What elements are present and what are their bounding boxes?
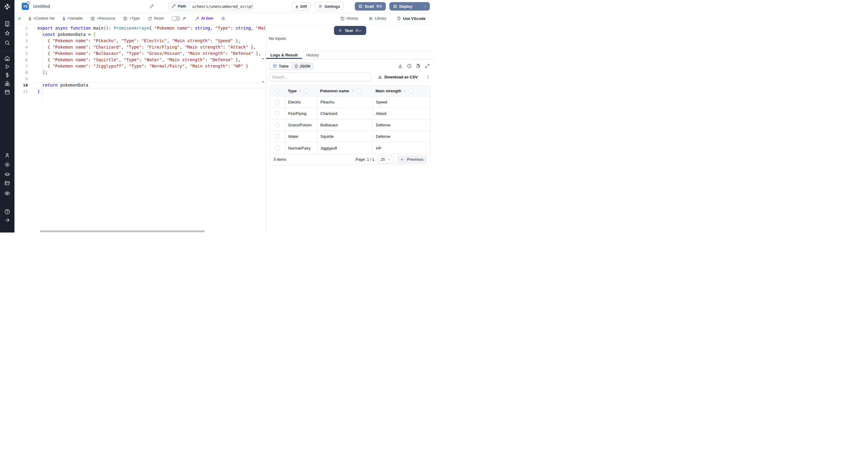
deploy-dropdown-caret[interactable] (421, 2, 430, 10)
table-cell: Jigglypuff (317, 142, 373, 154)
column-checkbox[interactable] (304, 89, 309, 93)
line-number-gutter: 1234567891011 (14, 25, 28, 95)
add-resource-button[interactable]: +Resource (90, 16, 115, 21)
sort-icon[interactable] (351, 89, 354, 93)
diff-button[interactable]: ± Diff (292, 2, 311, 10)
schedules-calendar-icon[interactable] (4, 89, 10, 95)
use-vscode-button[interactable]: Use VScode (397, 16, 426, 21)
previous-page-button[interactable]: Previous (397, 155, 427, 164)
table-cell: Electric (285, 96, 317, 108)
table-cell: Charizard (317, 108, 373, 119)
code-line[interactable]: { "Pokemon name": "Bulbasaur", "Type": "… (37, 50, 265, 57)
table-row: Fire/FlyingCharizardAttack (270, 108, 430, 119)
column-header-type: Type (288, 89, 297, 93)
row-checkbox[interactable] (275, 100, 280, 104)
history-button[interactable]: History (340, 16, 358, 21)
table-header: Type Pokemon name Main strength (270, 86, 430, 96)
column-checkbox[interactable] (356, 89, 361, 93)
code-line[interactable]: } (37, 88, 265, 95)
ai-gen-button[interactable]: AI Gen (195, 16, 213, 21)
code-line[interactable] (37, 76, 265, 82)
collab-toggle[interactable] (172, 16, 181, 21)
table-cell: Defense (373, 131, 430, 142)
reset-button[interactable]: Reset (148, 16, 164, 21)
row-checkbox[interactable] (275, 146, 280, 150)
tab-history[interactable]: History (302, 51, 323, 59)
favorites-star-icon[interactable] (4, 30, 10, 36)
table-cell: Attack (373, 108, 430, 119)
resources-boxes-icon[interactable] (4, 81, 10, 87)
audit-eye-icon[interactable] (4, 190, 10, 196)
github-cat-icon (397, 16, 401, 21)
settings-gear-icon[interactable] (4, 162, 10, 168)
add-context-var-button[interactable]: $+Context Var (29, 16, 55, 21)
test-button[interactable]: Test ⌘↵ (334, 26, 367, 35)
main-area: TS Untitled Path u/henri/unencumbered_sc… (14, 0, 434, 233)
code-line[interactable]: const pokemonData = [ (37, 31, 265, 38)
path-field[interactable]: Path u/henri/unencumbered_script (168, 2, 253, 10)
home-icon[interactable] (4, 55, 10, 61)
column-checkbox[interactable] (409, 89, 413, 93)
code-line[interactable]: { "Pokemon name": "Squirtle", "Type": "W… (37, 57, 265, 63)
variables-dollar-icon[interactable] (4, 72, 10, 78)
windmill-logo-icon[interactable] (3, 3, 11, 10)
table-cell: Defense (373, 119, 430, 131)
code-line[interactable]: export async function main(): Promise<Ar… (37, 25, 265, 31)
table-row: ElectricPikachuSpeed (270, 96, 430, 108)
table-cell: HP (373, 142, 430, 154)
select-all-checkbox[interactable] (275, 89, 280, 93)
horizontal-scrollbar[interactable] (40, 230, 205, 232)
expand-sidebar-arrow-icon[interactable] (4, 217, 10, 223)
code-editor[interactable]: 1234567891011 export async function main… (14, 24, 266, 233)
expand-icon[interactable] (425, 64, 430, 68)
info-icon[interactable] (407, 64, 412, 68)
overview-ruler-mark (262, 58, 264, 59)
row-checkbox[interactable] (275, 111, 280, 116)
deploy-button[interactable]: Deploy (390, 2, 430, 10)
gear-icon (318, 4, 322, 8)
code-line[interactable]: ]; (37, 69, 265, 76)
view-table-button[interactable]: Table (270, 63, 292, 69)
add-type-button[interactable]: +Type (123, 16, 140, 21)
editor-settings-gear-icon[interactable] (221, 16, 225, 21)
result-search-input[interactable] (269, 72, 371, 81)
spacer (347, 2, 351, 10)
users-person-icon[interactable] (4, 152, 10, 158)
code-line[interactable]: return pokemonData (37, 82, 265, 88)
workspace-icon[interactable] (4, 21, 10, 27)
rotate-icon (148, 16, 152, 21)
folders-icon[interactable] (4, 180, 10, 186)
sort-icon[interactable] (299, 89, 302, 93)
view-toggle: Table {} JSON (269, 62, 314, 70)
play-icon (338, 28, 342, 33)
edit-summary-pencil-icon[interactable] (150, 4, 154, 10)
code-content[interactable]: export async function main(): Promise<Ar… (37, 25, 265, 95)
view-json-button[interactable]: {} JSON (292, 63, 313, 69)
table-cell: Normal/Fairy (285, 142, 317, 154)
help-icon[interactable] (4, 209, 10, 215)
more-options-kebab-icon[interactable] (426, 75, 430, 79)
code-line[interactable]: { "Pokemon name": "Pikachu", "Type": "El… (37, 38, 265, 44)
library-icon (369, 16, 373, 21)
draft-button[interactable]: Draft ⌘S (355, 2, 385, 10)
download-csv-button[interactable]: Download as CSV (378, 75, 418, 79)
table-icon (273, 64, 277, 68)
settings-button[interactable]: Settings (314, 2, 344, 10)
workers-robot-icon[interactable] (4, 171, 10, 177)
add-variable-button[interactable]: $+Variable (63, 16, 83, 21)
library-button[interactable]: Library (369, 16, 386, 21)
table-footer: 5 items Page: 1 / 1 25 Previous (270, 154, 430, 165)
table-row: Grass/PoisonBulbasaurDefense (270, 119, 430, 131)
download-result-icon[interactable] (398, 64, 403, 68)
search-icon[interactable] (4, 40, 10, 46)
copy-clipboard-icon[interactable] (416, 64, 421, 68)
code-line[interactable]: { "Pokemon name": "Charizard", "Type": "… (37, 44, 265, 50)
row-checkbox[interactable] (275, 123, 280, 127)
tab-logs-result[interactable]: Logs & Result (266, 51, 302, 59)
page-size-select[interactable]: 25 (378, 155, 394, 164)
sort-icon[interactable] (403, 89, 407, 93)
row-checkbox[interactable] (275, 134, 280, 139)
code-line[interactable]: { "Pokemon name": "Jigglypuff", "Type": … (37, 63, 265, 69)
runs-play-icon[interactable] (4, 64, 10, 70)
path-value[interactable]: u/henri/unencumbered_script (189, 2, 253, 10)
